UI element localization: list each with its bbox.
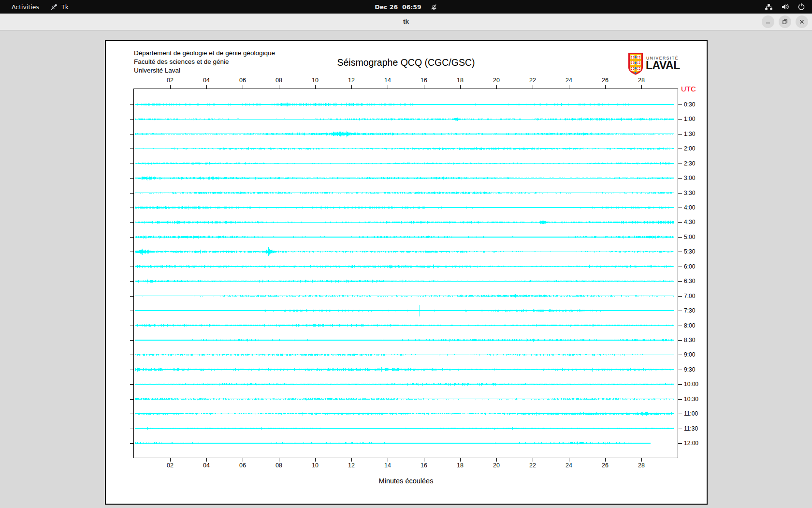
x-tick-bottom: [533, 458, 533, 462]
row-time-label: 1:30: [684, 131, 695, 137]
x-tick-label-bottom: 06: [239, 462, 246, 469]
x-tick-bottom: [351, 458, 352, 462]
tk-feather-icon: [50, 3, 58, 11]
row-time-label: 3:30: [684, 190, 695, 196]
logo-laval-text: LAVAL: [646, 59, 680, 72]
row-time-label: 3:00: [684, 175, 695, 181]
x-tick-bottom: [569, 458, 569, 462]
row-tick-right: [678, 237, 682, 238]
x-tick-top: [460, 85, 461, 89]
row-time-label: 0:30: [684, 101, 695, 108]
x-tick-top: [533, 85, 533, 89]
focused-app-menu[interactable]: Tk: [50, 0, 69, 14]
desktop: Activities Tk Dec 26 06:59: [0, 0, 812, 508]
x-tick-label-bottom: 08: [276, 462, 282, 469]
row-time-label: 5:30: [684, 248, 695, 255]
row-time-label: 7:30: [684, 307, 695, 314]
row-tick-left: [130, 326, 134, 326]
x-tick-label-top: 14: [384, 77, 391, 84]
row-tick-left: [130, 370, 134, 370]
row-time-label: 9:30: [684, 366, 695, 373]
x-tick-top: [351, 85, 352, 89]
x-tick-label-top: 06: [239, 77, 246, 84]
row-time-label: 8:00: [684, 322, 695, 329]
x-tick-top: [315, 85, 316, 89]
row-tick-right: [678, 326, 682, 326]
window-title: tk: [0, 14, 812, 30]
x-tick-top: [170, 85, 171, 89]
x-tick-label-top: 02: [167, 77, 174, 84]
x-tick-bottom: [496, 458, 497, 462]
close-button[interactable]: [796, 15, 808, 28]
row-tick-right: [678, 149, 682, 149]
system-status-area[interactable]: [765, 0, 805, 14]
utc-axis-title: UTC: [681, 85, 696, 93]
x-tick-label-top: 22: [529, 77, 536, 84]
row-tick-left: [130, 399, 134, 400]
row-tick-right: [678, 178, 682, 179]
row-tick-left: [130, 119, 134, 120]
clock-label: Dec 26 06:59: [375, 3, 421, 11]
row-time-label: 7:00: [684, 293, 695, 299]
x-tick-label-bottom: 12: [348, 462, 355, 469]
seismogram-traces: [134, 89, 678, 458]
row-tick-left: [130, 340, 134, 341]
x-tick-label-top: 28: [638, 77, 645, 84]
row-tick-left: [130, 311, 134, 311]
seismograph-canvas: Département de géologie et de génie géol…: [105, 40, 708, 505]
row-tick-left: [130, 208, 134, 208]
row-time-label: 11:30: [684, 425, 698, 432]
row-time-label: 9:00: [684, 351, 695, 358]
x-tick-top: [388, 85, 388, 89]
app-name-label: Tk: [61, 3, 69, 11]
row-tick-right: [678, 119, 682, 120]
row-time-label: 10:00: [684, 381, 698, 388]
row-tick-right: [678, 222, 682, 223]
institution-header: Département de géologie et de génie géol…: [134, 49, 275, 75]
x-tick-top: [569, 85, 569, 89]
row-tick-right: [678, 134, 682, 134]
row-tick-right: [678, 429, 682, 429]
notifications-muted-icon: [430, 3, 437, 11]
maximize-button[interactable]: [779, 15, 791, 28]
x-tick-bottom: [170, 458, 171, 462]
clock-menu[interactable]: Dec 26 06:59: [375, 0, 437, 14]
row-tick-right: [678, 193, 682, 194]
minimize-button[interactable]: [762, 15, 774, 28]
x-tick-top: [605, 85, 606, 89]
x-tick-label-bottom: 22: [529, 462, 536, 469]
row-time-label: 12:00: [684, 440, 698, 447]
activities-button[interactable]: Activities: [9, 0, 42, 14]
plot-title: Séismographe QCQ (CGC/GSC): [337, 57, 475, 68]
row-tick-right: [678, 443, 682, 444]
x-tick-top: [496, 85, 497, 89]
row-time-label: 6:30: [684, 278, 695, 284]
row-time-label: 1:00: [684, 116, 695, 122]
row-tick-left: [130, 105, 134, 105]
x-tick-label-top: 18: [457, 77, 464, 84]
row-tick-right: [678, 311, 682, 311]
x-tick-label-bottom: 16: [420, 462, 427, 469]
x-tick-label-bottom: 04: [203, 462, 210, 469]
row-tick-left: [130, 178, 134, 179]
row-tick-left: [130, 237, 134, 238]
x-tick-bottom: [279, 458, 279, 462]
row-tick-right: [678, 340, 682, 341]
row-tick-left: [130, 414, 134, 414]
row-tick-right: [678, 208, 682, 208]
universite-laval-logo: UNIVERSITÉ LAVAL: [628, 53, 701, 76]
minimize-icon: [765, 19, 771, 25]
row-tick-right: [678, 105, 682, 105]
x-tick-top: [206, 85, 207, 89]
row-tick-left: [130, 443, 134, 444]
x-tick-label-top: 12: [348, 77, 355, 84]
row-time-label: 6:00: [684, 263, 695, 270]
row-tick-left: [130, 267, 134, 267]
x-tick-label-top: 04: [203, 77, 210, 84]
x-tick-label-top: 08: [276, 77, 282, 84]
window-titlebar[interactable]: tk: [0, 14, 812, 30]
x-tick-label-bottom: 20: [493, 462, 500, 469]
x-tick-label-top: 10: [312, 77, 319, 84]
row-tick-left: [130, 193, 134, 194]
x-tick-bottom: [424, 458, 424, 462]
